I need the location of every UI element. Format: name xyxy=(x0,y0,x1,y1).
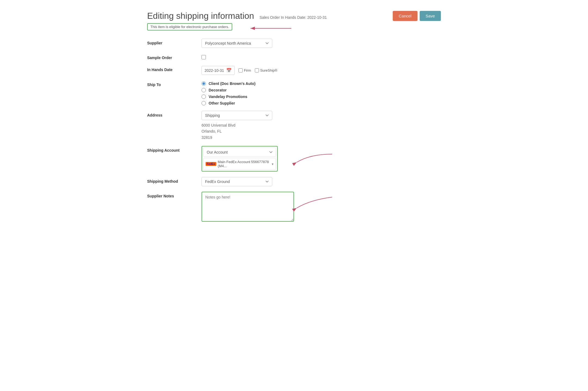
in-hands-date-row: In Hands Date 2022-10-31 📅 Firm SureShip… xyxy=(147,65,441,75)
shipping-account-label: Shipping Account xyxy=(147,146,202,152)
header-buttons: Cancel Save xyxy=(393,11,441,21)
date-input-wrap[interactable]: 2022-10-31 📅 xyxy=(202,66,235,75)
shipping-method-label: Shipping Method xyxy=(147,177,202,184)
header-title-row: Editing shipping information Sales Order… xyxy=(147,11,327,21)
address-zip: 32819 xyxy=(202,135,441,140)
radio-option-vandelay[interactable]: Vandelay Promotions xyxy=(202,94,441,99)
in-hands-date-label: In Hands Date xyxy=(147,65,202,72)
shipping-method-row: Shipping Method FedEx Ground xyxy=(147,177,441,186)
ship-to-control: Client (Doc Brown's Auto) Decorator Vand… xyxy=(202,80,441,105)
address-text: 6000 Universal Blvd Orlando, FL 32819 xyxy=(202,122,441,140)
sureship-checkbox-group: SureShip® xyxy=(255,68,277,72)
address-row: Address Shipping 6000 Universal Blvd Orl… xyxy=(147,111,441,140)
firm-checkbox[interactable] xyxy=(239,68,243,72)
shipping-account-box: Our Account FedEx Main FedEx Account 556… xyxy=(202,146,278,172)
shipping-account-select[interactable]: Our Account xyxy=(203,148,276,157)
calendar-icon[interactable]: 📅 xyxy=(226,68,232,73)
arrow-notes xyxy=(289,194,348,211)
arrow-eligible xyxy=(237,23,318,34)
fedex-account-label: Main FedEx Account 556677878 (M4... xyxy=(218,160,270,168)
supplier-notes-label: Supplier Notes xyxy=(147,192,202,198)
arrow-shipping-account xyxy=(289,151,348,165)
radio-vandelay[interactable] xyxy=(202,94,206,99)
radio-client[interactable] xyxy=(202,81,206,86)
sales-order-date: Sales Order In Hands Date: 2022-10-31 xyxy=(259,15,327,20)
radio-option-client[interactable]: Client (Doc Brown's Auto) xyxy=(202,81,441,86)
ship-to-radio-group: Client (Doc Brown's Auto) Decorator Vand… xyxy=(202,80,441,105)
address-select[interactable]: Shipping xyxy=(202,111,272,120)
shipping-account-row: Shipping Account Our Account FedEx Main … xyxy=(147,146,441,172)
date-value: 2022-10-31 xyxy=(205,68,224,73)
form-area: Supplier Polyconcept North America Sampl… xyxy=(147,39,441,222)
supplier-notes-textarea[interactable] xyxy=(202,192,294,222)
firm-checkbox-group: Firm xyxy=(239,68,251,72)
supplier-control: Polyconcept North America xyxy=(202,39,441,48)
sample-order-label: Sample Order xyxy=(147,53,202,60)
in-hands-date-control: 2022-10-31 📅 Firm SureShip® xyxy=(202,65,441,75)
address-line2: Orlando, FL xyxy=(202,128,441,134)
sureship-label: SureShip® xyxy=(260,68,277,72)
radio-decorator-label: Decorator xyxy=(209,88,227,92)
radio-decorator[interactable] xyxy=(202,88,206,92)
firm-label: Firm xyxy=(244,68,251,72)
radio-client-label: Client (Doc Brown's Auto) xyxy=(209,81,255,86)
fedex-logo: FedEx xyxy=(206,162,216,166)
save-button[interactable]: Save xyxy=(420,11,441,21)
cancel-button[interactable]: Cancel xyxy=(393,11,417,21)
sample-order-row: Sample Order xyxy=(147,53,441,60)
supplier-select[interactable]: Polyconcept North America xyxy=(202,39,272,48)
chevron-down-icon: ▾ xyxy=(272,162,274,166)
radio-other-supplier-label: Other Supplier xyxy=(209,101,235,105)
radio-option-other-supplier[interactable]: Other Supplier xyxy=(202,101,441,105)
shipping-method-select[interactable]: FedEx Ground xyxy=(202,177,272,186)
sample-order-control xyxy=(202,53,441,59)
address-line1: 6000 Universal Blvd xyxy=(202,122,441,128)
fedex-account-select[interactable]: FedEx Main FedEx Account 556677878 (M4..… xyxy=(203,158,276,170)
radio-option-decorator[interactable]: Decorator xyxy=(202,88,441,92)
address-control: Shipping 6000 Universal Blvd Orlando, FL… xyxy=(202,111,441,140)
ship-to-label: Ship To xyxy=(147,80,202,87)
shipping-method-control: FedEx Ground xyxy=(202,177,441,186)
page-title: Editing shipping information xyxy=(147,11,254,21)
address-label: Address xyxy=(147,111,202,117)
sample-order-checkbox[interactable] xyxy=(202,55,206,59)
ship-to-row: Ship To Client (Doc Brown's Auto) Decora… xyxy=(147,80,441,105)
radio-other-supplier[interactable] xyxy=(202,101,206,105)
eligible-badge: This item is eligible for electronic pur… xyxy=(147,23,232,30)
radio-vandelay-label: Vandelay Promotions xyxy=(209,94,247,99)
sureship-checkbox[interactable] xyxy=(255,68,259,72)
supplier-label: Supplier xyxy=(147,39,202,45)
supplier-row: Supplier Polyconcept North America xyxy=(147,39,441,48)
supplier-notes-row: Supplier Notes xyxy=(147,192,441,222)
